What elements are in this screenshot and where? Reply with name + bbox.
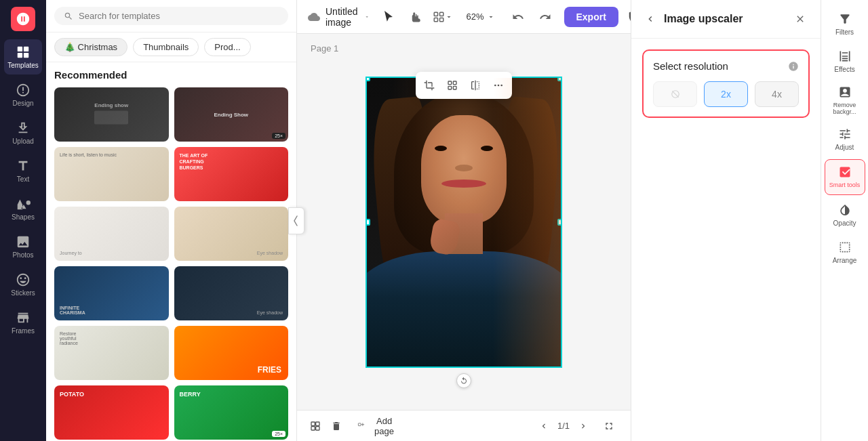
right-tool-opacity[interactable]: Opacity <box>825 198 865 232</box>
right-tool-arrange[interactable]: Arrange <box>825 235 865 270</box>
svg-rect-2 <box>18 53 22 58</box>
page-indicator: 1/1 <box>557 421 570 431</box>
right-tool-adjust[interactable]: Adjust <box>825 122 865 156</box>
svg-rect-11 <box>448 86 452 89</box>
upscaler-header: Image upscaler <box>631 0 821 39</box>
next-page-button[interactable] <box>574 417 593 436</box>
list-item[interactable]: INFINITECHARISMA <box>54 266 169 320</box>
list-item[interactable]: THE ART OFCRAFTINGBURGERS <box>174 147 289 201</box>
list-item[interactable]: Eye shadow <box>174 266 289 320</box>
upscaler-title: Image upscaler <box>664 13 785 25</box>
list-item[interactable]: Ending Show 25× <box>174 87 289 142</box>
templates-panel: 🎄 Christmas Thumbnails Prod... Recommend… <box>46 0 297 441</box>
right-tool-remove-bg[interactable]: Remove backgr... <box>825 81 865 119</box>
top-toolbar: Untitled image 62% <box>297 0 631 34</box>
canvas-area[interactable]: Page 1 <box>297 34 631 410</box>
sidebar-item-upload[interactable]: Upload <box>4 115 42 150</box>
tab-thumbnails[interactable]: Thumbnails <box>133 38 199 56</box>
export-button[interactable]: Export <box>564 7 618 27</box>
canvas-wrapper <box>366 77 562 368</box>
sidebar-item-templates[interactable]: Templates <box>4 39 42 75</box>
redo-button[interactable] <box>534 6 556 28</box>
flip-button[interactable] <box>465 75 486 96</box>
page-navigation: 1/1 <box>534 417 593 436</box>
upscaler-panel: Image upscaler Select resolution 2x 4x <box>631 0 821 441</box>
undo-button[interactable] <box>507 6 529 28</box>
grid-view-button[interactable] <box>441 75 463 96</box>
zoom-control[interactable]: 62% <box>459 9 501 24</box>
upscaler-body: Select resolution 2x 4x <box>631 39 821 129</box>
bottom-bar-left: Add page <box>308 412 408 440</box>
list-item[interactable]: Life is short, listen to music <box>54 147 169 201</box>
brand-logo[interactable] <box>11 7 35 31</box>
hand-tool-button[interactable] <box>405 6 427 28</box>
upscaler-close-button[interactable] <box>791 9 810 28</box>
smart-tools-label: Smart tools <box>829 182 861 189</box>
sidebar-item-photos[interactable]: Photos <box>4 229 42 264</box>
rotate-handle[interactable] <box>456 373 471 388</box>
sidebar-item-stickers[interactable]: Stickers <box>4 267 42 302</box>
delete-page-button[interactable] <box>329 417 344 436</box>
select-tool-button[interactable] <box>378 6 399 28</box>
add-page-icon-button[interactable] <box>308 417 323 436</box>
search-bar <box>46 0 296 33</box>
list-item[interactable]: Eye shadow <box>174 207 289 261</box>
crop-tool-button[interactable] <box>418 75 440 96</box>
right-tool-effects[interactable]: Effects <box>825 44 865 79</box>
tab-products[interactable]: Prod... <box>204 38 250 56</box>
svg-rect-16 <box>311 422 315 425</box>
svg-rect-18 <box>311 426 315 429</box>
svg-rect-17 <box>316 422 319 425</box>
toolbar-center: 62% <box>378 6 555 28</box>
prev-page-button[interactable] <box>534 417 553 436</box>
search-input-wrap[interactable] <box>54 7 288 25</box>
grid-tool-button[interactable] <box>432 6 454 28</box>
file-name[interactable]: Untitled image <box>326 6 370 28</box>
handle-middle-right[interactable] <box>557 219 562 226</box>
opacity-label: Opacity <box>833 219 856 227</box>
list-item[interactable]: Journey to <box>54 207 169 261</box>
filters-label: Filters <box>835 28 854 36</box>
tab-christmas[interactable]: 🎄 Christmas <box>54 38 127 56</box>
resolution-option-2x[interactable]: 2x <box>704 81 748 107</box>
svg-rect-7 <box>440 18 443 21</box>
bottom-bar-right: 1/1 <box>520 415 620 437</box>
resolution-option-1x[interactable] <box>653 81 697 107</box>
collapse-panel-handle[interactable] <box>288 207 304 234</box>
page-label: Page 1 <box>311 43 338 54</box>
right-tool-smart-tools[interactable]: Smart tools <box>825 159 865 195</box>
handle-middle-left[interactable] <box>366 219 370 226</box>
effects-label: Effects <box>834 66 854 73</box>
search-input[interactable] <box>79 11 279 21</box>
cloud-save-indicator[interactable] <box>308 11 320 23</box>
sidebar-item-design[interactable]: Design <box>4 77 42 112</box>
sidebar-item-text[interactable]: Text <box>4 153 42 188</box>
adjust-label: Adjust <box>835 144 854 151</box>
upscaler-back-button[interactable] <box>642 11 658 27</box>
right-sidebar: Filters Effects Remove backgr... Adjust … <box>821 0 868 441</box>
list-item[interactable]: Ending show <box>54 87 169 142</box>
remove-bg-label: Remove backgr... <box>826 102 864 115</box>
resolution-header: Select resolution <box>653 60 799 72</box>
list-item[interactable]: BERRY 25× <box>174 385 289 440</box>
list-item[interactable]: FRIES <box>174 326 289 380</box>
resolution-option-4x[interactable]: 4x <box>755 81 799 107</box>
list-item[interactable]: Restoreyouthfulradiance <box>54 326 169 380</box>
template-grid: Ending show Ending Show 25× Life is shor… <box>54 87 288 441</box>
canvas-image[interactable] <box>366 77 562 368</box>
shield-button[interactable] <box>624 6 631 28</box>
main-area: Untitled image 62% <box>297 0 631 441</box>
expand-button[interactable] <box>598 415 620 437</box>
right-tool-filters[interactable]: Filters <box>825 7 865 41</box>
sidebar-item-frames[interactable]: Frames <box>4 305 42 340</box>
arrange-label: Arrange <box>833 257 857 264</box>
section-title: Recommended <box>54 69 288 81</box>
add-page-button[interactable]: Add page <box>349 412 407 440</box>
handle-top-right[interactable] <box>557 77 562 81</box>
sidebar-item-shapes[interactable]: Shapes <box>4 191 42 226</box>
more-options-button[interactable] <box>488 75 509 96</box>
svg-rect-3 <box>24 53 28 58</box>
svg-rect-5 <box>440 12 443 16</box>
handle-top-left[interactable] <box>366 77 370 81</box>
list-item[interactable]: POTATO <box>54 385 169 440</box>
